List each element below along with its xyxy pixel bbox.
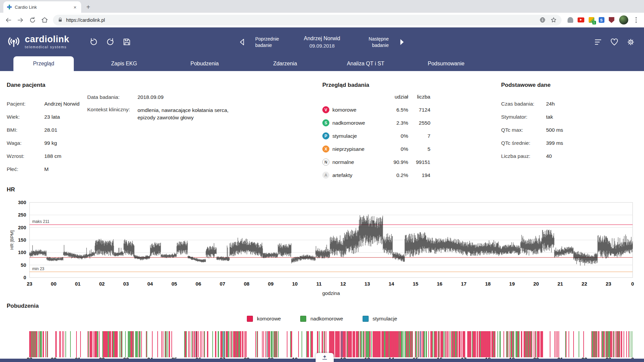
reload-icon[interactable]	[29, 16, 36, 24]
beat-type-label: normalne	[332, 159, 383, 165]
field-label: BMI:	[7, 127, 44, 133]
new-tab-button[interactable]: +	[83, 2, 93, 12]
extension-youtube-icon[interactable]	[578, 17, 584, 22]
field-value: omdlenia, nawracające kołatania serca, e…	[138, 107, 238, 121]
patient-row: Płeć:M	[7, 163, 241, 176]
svg-text:150: 150	[18, 237, 26, 243]
extension-shield-icon[interactable]	[609, 17, 614, 23]
overview-row: V komorowe 6.5% 7124	[322, 103, 433, 116]
svg-text:23: 23	[606, 281, 611, 287]
svg-text:16: 16	[437, 281, 442, 287]
event-list-icon[interactable]	[593, 38, 602, 47]
app-logo: cardiolink telemedical systems	[6, 34, 69, 50]
exam-patient-name: Andrzej Norwid	[290, 36, 354, 42]
extension-color-icon[interactable]: 1	[589, 17, 594, 23]
tab-podsumowanie[interactable]: Podsumowanie	[406, 56, 486, 71]
browser-address-bar: https://cardiolink.pl 1 S	[0, 13, 644, 27]
tab-zapis-ekg[interactable]: Zapis EKG	[84, 56, 164, 71]
tab-close-icon[interactable]: ×	[72, 4, 78, 10]
svg-text:11: 11	[316, 281, 322, 287]
bookmark-star-icon[interactable]	[550, 17, 557, 23]
svg-text:min 23: min 23	[32, 266, 44, 271]
patient-row: Kontekst kliniczny:omdlenia, nawracające…	[87, 104, 238, 121]
svg-text:200: 200	[18, 225, 26, 230]
legend-swatch-komorowe	[247, 316, 253, 322]
field-label: Waga:	[7, 140, 44, 146]
field-value: 188 cm	[44, 153, 61, 159]
heart-analysis-icon[interactable]	[610, 38, 619, 47]
beat-type-label: nadkomorowe	[332, 120, 383, 126]
next-exam-label[interactable]: Następne badanie	[363, 36, 389, 48]
extension-blue-icon[interactable]: S	[599, 17, 604, 23]
svg-text:22: 22	[582, 281, 587, 287]
exam-navigation: Poprzednie badanie Andrzej Norwid 09.09.…	[238, 36, 406, 49]
pobudzenia-legend: komorowe nadkomorowe stymulacje	[0, 316, 644, 322]
field-label: Stymulator:	[501, 114, 546, 120]
beat-share: 0%	[383, 133, 408, 139]
translate-icon[interactable]	[539, 17, 546, 23]
beat-count: 7124	[408, 107, 430, 113]
redo-icon[interactable]	[106, 37, 115, 47]
beat-count: 99151	[408, 159, 430, 165]
patient-row: Wzrost:188 cm	[7, 149, 241, 163]
overview-header-row: udział liczba	[322, 90, 433, 103]
field-value: 24h	[546, 101, 555, 107]
svg-text:godzina: godzina	[322, 290, 340, 296]
beat-type-n-icon: N	[322, 159, 329, 166]
forward-icon[interactable]	[17, 16, 24, 24]
beat-type-s-icon: S	[322, 119, 329, 126]
tab-pobudzenia[interactable]: Pobudzenia	[164, 56, 245, 71]
field-value: 399 ms	[546, 140, 563, 146]
svg-text:300: 300	[18, 200, 26, 205]
legend-item: komorowe	[247, 316, 281, 322]
legend-swatch-stymulacje	[363, 316, 369, 322]
field-label: Liczba pauz:	[501, 153, 546, 159]
field-value: 99 kg	[44, 140, 57, 146]
basic-data-section: Podstawowe dane Czas badania:24h Stymula…	[501, 82, 635, 163]
basic-row: QTc średnie:399 ms	[501, 136, 635, 149]
tab-przeglad[interactable]: Przegląd	[13, 56, 74, 71]
svg-text:19: 19	[509, 281, 515, 287]
extension-ghost-icon[interactable]	[568, 17, 573, 23]
hr-chart: 050100150200250300maks 211min 2323000102…	[7, 194, 637, 298]
beat-type-x-icon: X	[322, 145, 329, 153]
svg-text:maks 211: maks 211	[32, 219, 49, 224]
col-count: liczba	[408, 94, 430, 100]
field-value: 23 lata	[44, 114, 60, 120]
beat-share: 90.9%	[383, 159, 408, 165]
svg-text:05: 05	[171, 281, 177, 287]
field-label: Kontekst kliniczny:	[87, 107, 138, 113]
basic-row: Czas badania:24h	[501, 97, 635, 110]
next-exam-icon[interactable]	[397, 38, 406, 46]
beat-type-label: stymulacje	[332, 133, 383, 139]
cardiolink-logo-icon	[6, 34, 21, 50]
tab-zdarzenia[interactable]: Zdarzenia	[245, 56, 325, 71]
extensions-row: 1 S	[568, 17, 614, 23]
legend-label: stymulacje	[373, 316, 397, 322]
patient-row: BMI:28.01	[7, 123, 241, 136]
extension-badge: 1	[592, 21, 596, 24]
save-icon[interactable]	[122, 38, 131, 46]
overview-row: X nieprzypisane 0% 5	[322, 142, 433, 156]
beat-type-v-icon: V	[322, 106, 329, 113]
settings-gear-icon[interactable]	[626, 38, 635, 47]
logo-title: cardiolink	[25, 35, 69, 44]
home-icon[interactable]	[41, 16, 48, 24]
previous-exam-label[interactable]: Poprzednie badanie	[255, 36, 281, 48]
undo-icon[interactable]	[89, 37, 98, 47]
pobudzenia-section-title: Pobudzenia	[7, 303, 39, 309]
browser-avatar[interactable]	[619, 15, 628, 24]
browser-menu-icon[interactable]	[633, 16, 640, 24]
back-icon[interactable]	[5, 16, 12, 24]
expand-drawer-handle[interactable]	[316, 353, 334, 362]
svg-text:01: 01	[75, 281, 80, 287]
col-share: udział	[383, 94, 408, 100]
previous-exam-icon[interactable]	[238, 38, 247, 46]
field-value: 40	[546, 153, 552, 159]
field-value: tak	[546, 114, 553, 120]
browser-tab[interactable]: Cardio Link ×	[3, 1, 81, 13]
svg-text:23: 23	[27, 281, 33, 287]
patient-row: Waga:99 kg	[7, 136, 241, 149]
tab-analiza-qt-st[interactable]: Analiza QT i ST	[325, 56, 406, 71]
url-bar[interactable]: https://cardiolink.pl	[53, 15, 561, 25]
